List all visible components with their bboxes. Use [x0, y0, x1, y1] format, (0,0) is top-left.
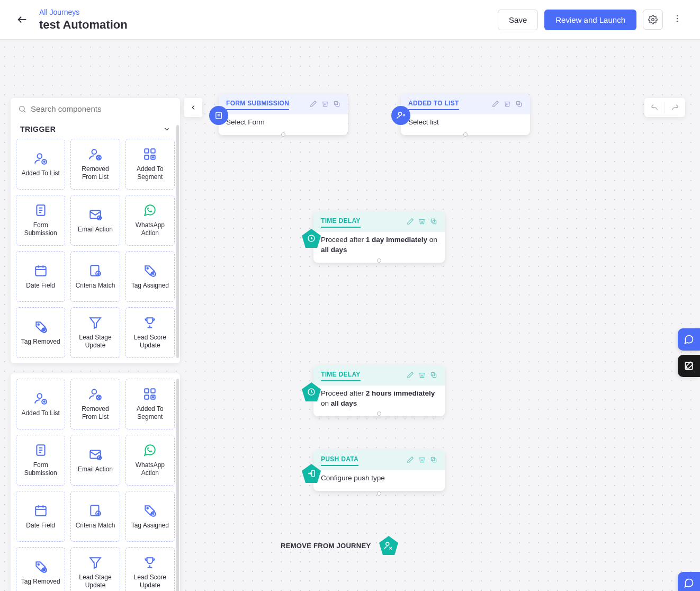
- collapse-panel-button[interactable]: [184, 98, 202, 117]
- notes-floating-button[interactable]: [678, 355, 700, 377]
- connector-dot[interactable]: [377, 491, 381, 496]
- node-title: ADDED TO LIST: [408, 100, 459, 110]
- connector-dot[interactable]: [463, 132, 468, 137]
- trigger-tile-tag-plus[interactable]: Tag Assigned: [125, 491, 175, 542]
- trigger-tile-segment[interactable]: Added To Segment: [125, 379, 175, 429]
- node-body: Configure push type: [313, 470, 445, 491]
- tile-label: Tag Assigned: [131, 282, 169, 290]
- svg-point-16: [399, 112, 402, 115]
- copy-icon[interactable]: [430, 456, 437, 465]
- breadcrumb: All Journeys: [39, 7, 128, 17]
- tile-label: Criteria Match: [76, 522, 115, 530]
- settings-button[interactable]: [643, 10, 663, 30]
- trigger-tile-trophy[interactable]: Lead Score Update: [125, 547, 175, 591]
- tile-label: Lead Stage Update: [74, 334, 116, 350]
- user-minus-icon: [88, 147, 102, 161]
- tile-label: Criteria Match: [76, 282, 115, 290]
- trigger-tile-tag-plus[interactable]: Tag Assigned: [125, 251, 175, 302]
- email-icon: [88, 447, 102, 461]
- tag-minus-icon: [34, 560, 48, 574]
- trigger-tile-user-plus[interactable]: Added To List: [16, 379, 65, 429]
- chat-floating-button[interactable]: [678, 328, 700, 351]
- tile-label: Tag Assigned: [131, 522, 169, 530]
- trigger-tile-form[interactable]: Form Submission: [16, 435, 65, 486]
- node-title: TIME DELAY: [321, 217, 361, 228]
- tile-label: Removed From List: [74, 405, 116, 421]
- copy-icon[interactable]: [333, 100, 340, 110]
- tile-label: Form Submission: [20, 461, 61, 477]
- user-plus-icon: [34, 391, 48, 405]
- trigger-tile-user-minus[interactable]: Removed From List: [70, 139, 120, 190]
- end-node-remove-from-journey[interactable]: REMOVE FROM JOURNEY: [281, 535, 399, 556]
- trigger-tile-calendar[interactable]: Date Field: [16, 251, 65, 302]
- delete-icon[interactable]: [418, 456, 426, 465]
- delete-icon[interactable]: [418, 371, 426, 381]
- trigger-tile-user-minus[interactable]: Removed From List: [70, 379, 120, 429]
- remove-journey-icon: [378, 535, 399, 556]
- copy-icon[interactable]: [430, 371, 437, 381]
- trigger-tile-calendar[interactable]: Date Field: [16, 491, 65, 542]
- trigger-tiles: Added To ListRemoved From ListAdded To S…: [16, 379, 175, 591]
- node-time-delay-2[interactable]: TIME DELAY Proceed after 2 hours immedia…: [313, 365, 445, 416]
- chevron-down-icon: [163, 126, 170, 133]
- redo-button[interactable]: [665, 98, 685, 117]
- trigger-tile-email[interactable]: Email Action: [70, 195, 120, 246]
- node-push-data[interactable]: PUSH DATA Configure push type: [313, 450, 445, 491]
- trigger-tile-trophy[interactable]: Lead Score Update: [125, 307, 175, 358]
- more-menu-button[interactable]: [669, 11, 685, 29]
- trigger-tile-tag-minus[interactable]: Tag Removed: [16, 547, 65, 591]
- svg-marker-106: [90, 558, 101, 568]
- chat-floating-button[interactable]: [678, 572, 700, 591]
- search-input[interactable]: [31, 104, 173, 113]
- svg-point-98: [147, 507, 149, 509]
- node-added-to-list[interactable]: ADDED TO LIST Select list: [401, 94, 530, 135]
- clock-icon: [301, 228, 322, 249]
- connector-dot[interactable]: [377, 258, 381, 263]
- trigger-tile-whatsapp[interactable]: WhatsApp Action: [125, 195, 175, 246]
- trigger-tile-criteria[interactable]: Criteria Match: [70, 491, 120, 542]
- section-header-trigger[interactable]: TRIGGER: [16, 120, 175, 139]
- tile-label: Lead Score Update: [129, 574, 171, 589]
- svg-rect-47: [145, 155, 149, 159]
- components-panel: TRIGGER Added To ListRemoved From ListAd…: [11, 98, 180, 363]
- save-button[interactable]: Save: [498, 10, 538, 30]
- edit-icon[interactable]: [407, 218, 414, 227]
- scrollbar[interactable]: [176, 125, 179, 358]
- copy-icon[interactable]: [430, 218, 437, 227]
- user-minus-icon: [88, 387, 102, 401]
- review-launch-button[interactable]: Review and Launch: [544, 10, 636, 30]
- edit-icon[interactable]: [310, 100, 317, 110]
- delete-icon[interactable]: [504, 100, 511, 110]
- segment-icon: [143, 387, 157, 401]
- edit-icon[interactable]: [407, 456, 414, 465]
- trigger-tile-funnel[interactable]: Lead Stage Update: [70, 307, 120, 358]
- tile-label: Date Field: [26, 282, 55, 290]
- delete-icon[interactable]: [418, 218, 426, 227]
- connector-dot[interactable]: [281, 132, 285, 137]
- node-actions: [407, 371, 437, 381]
- trigger-tile-whatsapp[interactable]: WhatsApp Action: [125, 435, 175, 486]
- tile-label: Date Field: [26, 522, 55, 530]
- node-form-submission[interactable]: FORM SUBMISSION Select Form: [219, 94, 348, 135]
- edit-icon[interactable]: [407, 371, 414, 381]
- scrollbar[interactable]: [176, 379, 179, 591]
- svg-rect-82: [145, 395, 149, 399]
- trigger-tile-user-plus[interactable]: Added To List: [16, 139, 65, 190]
- tile-label: Removed From List: [74, 165, 116, 181]
- trigger-tile-funnel[interactable]: Lead Stage Update: [70, 547, 120, 591]
- trigger-tile-criteria[interactable]: Criteria Match: [70, 251, 120, 302]
- undo-button[interactable]: [644, 98, 665, 117]
- copy-icon[interactable]: [515, 100, 523, 110]
- breadcrumb-link[interactable]: All Journeys: [39, 8, 79, 16]
- connector-dot[interactable]: [377, 411, 381, 416]
- trigger-tile-segment[interactable]: Added To Segment: [125, 139, 175, 190]
- back-arrow-button[interactable]: [15, 12, 30, 27]
- delete-icon[interactable]: [321, 100, 329, 110]
- svg-point-41: [92, 149, 96, 154]
- trigger-tile-form[interactable]: Form Submission: [16, 195, 65, 246]
- node-time-delay-1[interactable]: TIME DELAY Proceed after 1 day immediate…: [313, 212, 445, 263]
- trigger-tile-tag-minus[interactable]: Tag Removed: [16, 307, 65, 358]
- trigger-tiles: Added To ListRemoved From ListAdded To S…: [16, 139, 175, 358]
- edit-icon[interactable]: [492, 100, 499, 110]
- trigger-tile-email[interactable]: Email Action: [70, 435, 120, 486]
